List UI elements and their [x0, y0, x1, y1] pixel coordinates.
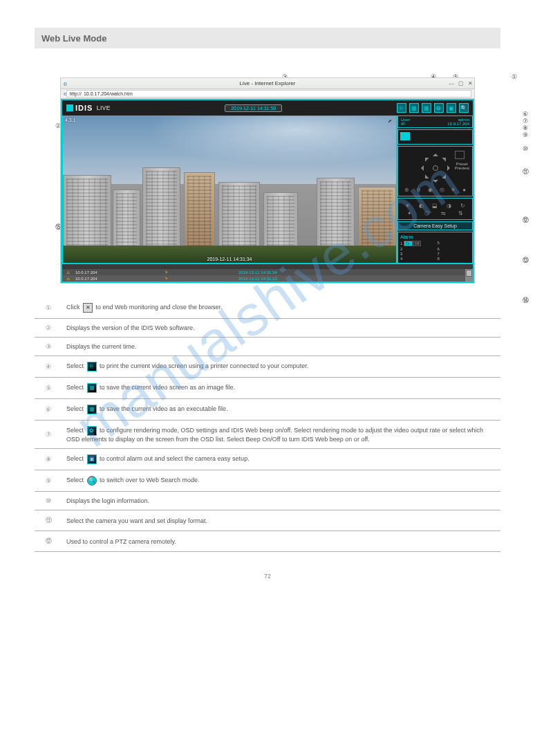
callout-11: ⑪	[523, 167, 529, 176]
scroll-up-icon[interactable]	[466, 270, 472, 277]
browser-title: Live - Internet Explorer	[240, 80, 296, 86]
motion-icon: 🏃	[164, 276, 233, 281]
section-title: Web Live Mode	[35, 28, 500, 48]
page-number: 72	[35, 573, 500, 580]
row-desc: Select 🔍 to switch over to Web Search mo…	[62, 470, 500, 492]
logo-mode: LIVE	[96, 104, 110, 111]
brightness-icon[interactable]: ☀	[405, 203, 410, 209]
setup-icon: ✿	[87, 426, 97, 436]
focus-far-icon[interactable]: ◎	[440, 187, 444, 193]
ptz-panel: Preset Preview ⊕	[397, 146, 473, 196]
row-desc: Select ✿ to configure rendering mode, OS…	[62, 421, 500, 449]
image-adjust-panel: ☀ ◐ ⬓ ◑ ↻ ✦ ⬡ ⇋ ⇅	[397, 198, 473, 220]
camera-osd-label: 4.3.1	[65, 118, 76, 122]
search-icon: 🔍	[87, 476, 97, 486]
table-row: ②Displays the version of the IDIS Web so…	[35, 319, 500, 338]
focus-near-icon[interactable]: ◉	[428, 187, 433, 193]
alarm-1-toggle[interactable]: OnOff	[404, 241, 421, 246]
ptz-wheel[interactable]	[418, 151, 453, 185]
browser-titlebar: e Live - Internet Explorer — ▢ ✕	[61, 78, 474, 89]
contrast-icon[interactable]: ◐	[419, 203, 424, 209]
row-number: ④	[35, 356, 62, 378]
table-row: ⑤Select ▦ to save the current video scre…	[35, 378, 500, 399]
row-number: ⑧	[35, 449, 62, 470]
save-image-icon[interactable]: ▦	[409, 103, 419, 113]
mirror-icon[interactable]: ⇋	[441, 210, 446, 216]
event-setup-icon[interactable]: ▣	[447, 103, 456, 113]
row-number: ⑥	[35, 399, 62, 421]
ptz-preview-button[interactable]: Preview	[455, 166, 469, 170]
iris-close-icon[interactable]: ●	[462, 187, 466, 193]
zoom-in-icon[interactable]: ⊕	[404, 187, 409, 193]
video-pane[interactable]: 4.3.1 🎤 2019-12-11 14:31:34	[62, 116, 397, 264]
logo-icon	[66, 104, 73, 111]
denoise-icon[interactable]: ⬡	[424, 210, 429, 216]
logo-text: IDIS	[75, 104, 93, 112]
ie-icon: e	[64, 80, 67, 87]
row-number: ⑨	[35, 470, 62, 492]
header-timestamp: 2019-12-11 14:31:50	[225, 104, 282, 112]
callout-1: ①	[511, 73, 517, 80]
address-bar: e http://10.0.17.204/watch.htm	[61, 89, 474, 99]
table-row: ⑥Select ▦ to save the current video as a…	[35, 399, 500, 421]
sharpness-icon[interactable]: ✦	[407, 210, 412, 216]
idis-app: IDIS LIVE 2019-12-11 14:31:50 ⎘ ▦ ▦ ✿ ▣ …	[61, 99, 474, 283]
save-video-icon[interactable]: ▦	[422, 103, 431, 113]
save-icon: ▦	[87, 383, 97, 393]
motion-icon: 🏃	[164, 270, 233, 275]
alert-icon: ⚠	[66, 276, 70, 281]
mic-icon: 🎤	[388, 118, 394, 123]
zoom-out-icon[interactable]: ⊖	[416, 187, 421, 193]
hue-icon[interactable]: ◑	[447, 203, 451, 209]
table-row: ⑪Select the camera you want and set disp…	[35, 510, 500, 531]
event-row[interactable]: ⚠ 10.0.17.204 🏃 2019-12-11 14:31:34	[62, 269, 464, 275]
row-desc: Select ▦ to save the current video scree…	[62, 378, 500, 399]
reset-icon[interactable]: ↻	[460, 203, 465, 209]
row-desc: Displays the current time.	[62, 338, 500, 356]
maximize-icon[interactable]: ▢	[458, 80, 464, 86]
camera-1-button[interactable]	[400, 132, 410, 140]
setup-icon[interactable]: ✿	[434, 103, 444, 113]
row-number: ⑩	[35, 492, 62, 510]
alarm-panel: Alarm 1 OnOff 5 26 37 48	[397, 232, 473, 264]
table-row: ⑧Select ▣ to control alarm out and selec…	[35, 449, 500, 470]
close-icon[interactable]: ✕	[468, 80, 473, 86]
table-row: ④Select ⎘ to print the current video scr…	[35, 356, 500, 378]
row-desc: Used to control a PTZ camera remotely.	[62, 531, 500, 552]
scrollbar[interactable]	[464, 269, 473, 282]
row-desc: Displays the version of the IDIS Web sof…	[62, 319, 500, 338]
alarm-title: Alarm	[400, 234, 470, 239]
table-row: ⑩Displays the login information.	[35, 492, 500, 510]
table-row: ⑨Select 🔍 to switch over to Web Search m…	[35, 470, 500, 492]
event-row[interactable]: ⚠ 10.0.17.204 🏃 2019-12-11 14:31:22	[62, 275, 464, 282]
side-panel: User:admin IP:10.0.17.204 Preset Preview	[397, 116, 473, 264]
print-icon[interactable]: ⎘	[397, 103, 406, 113]
callout-6: ⑥	[523, 111, 528, 118]
row-desc: Select the camera you want and set displ…	[62, 510, 500, 531]
callout-12: ⑫	[523, 216, 529, 225]
video-osd-timestamp: 2019-12-11 14:31:34	[207, 257, 252, 261]
close-icon: ✕	[83, 303, 93, 313]
callout-8: ⑧	[523, 125, 528, 131]
url-input[interactable]: http://10.0.17.204/watch.htm	[66, 90, 471, 98]
camera-select[interactable]	[397, 129, 473, 145]
row-number: ①	[35, 297, 62, 319]
flip-icon[interactable]: ⇅	[458, 210, 463, 216]
table-row: ①Click ✕ to end Web monitoring and close…	[35, 297, 500, 319]
row-desc: Select ▣ to control alarm out and select…	[62, 449, 500, 470]
event-list: ⚠ 10.0.17.204 🏃 2019-12-11 14:31:34 ⚠ 10…	[62, 269, 464, 282]
ptz-view-button[interactable]	[455, 151, 464, 159]
login-info: User:admin IP:10.0.17.204	[397, 116, 473, 128]
row-number: ⑫	[35, 531, 62, 552]
iris-open-icon[interactable]: ☀	[451, 187, 456, 193]
logo: IDIS LIVE	[66, 104, 110, 112]
row-number: ⑦	[35, 421, 62, 449]
table-row: ⑫Used to control a PTZ camera remotely.	[35, 531, 500, 552]
saturation-icon[interactable]: ⬓	[432, 203, 438, 209]
app-header: IDIS LIVE 2019-12-11 14:31:50 ⎘ ▦ ▦ ✿ ▣ …	[62, 100, 473, 116]
row-desc: Select ▦ to save the current video as an…	[62, 399, 500, 421]
minimize-icon[interactable]: —	[449, 80, 454, 86]
camera-easy-setup-button[interactable]: Camera Easy Setup	[397, 221, 473, 230]
table-row: ⑦Select ✿ to configure rendering mode, O…	[35, 421, 500, 449]
search-mode-icon[interactable]: 🔍	[459, 103, 469, 113]
